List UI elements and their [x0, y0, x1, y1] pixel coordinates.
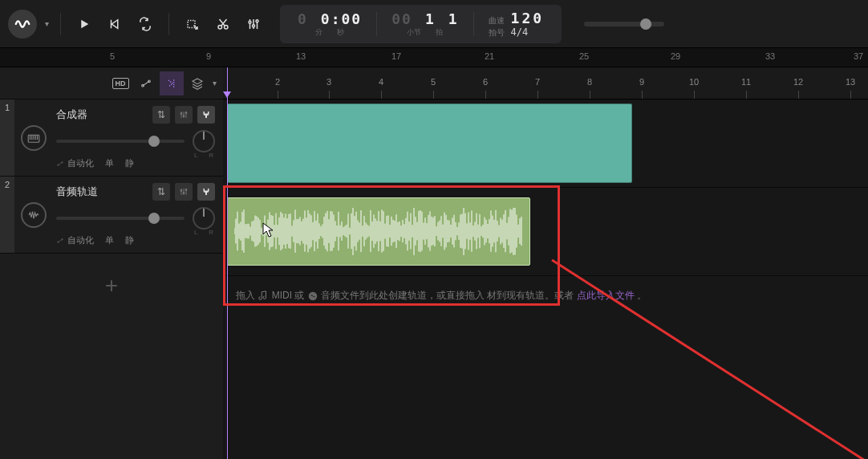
ruler-number: 8 — [587, 77, 592, 87]
global-tick: 37 — [854, 51, 863, 61]
svg-line-19 — [552, 260, 868, 459]
mute-button[interactable]: 静 — [125, 234, 134, 246]
solo-button[interactable]: 单 — [105, 234, 114, 246]
audio-icon — [307, 290, 318, 302]
tempo-value[interactable]: 120 — [511, 10, 545, 26]
track-panel: HD ▾ 1合成器⇅LR自动化单静2音频轨道⇅LR自动化单静 + — [0, 67, 223, 459]
track-type-icon — [14, 177, 53, 253]
layers-button[interactable] — [185, 71, 209, 95]
ruler-number: 7 — [535, 77, 540, 87]
track-number: 2 — [0, 177, 14, 253]
ruler-number: 4 — [379, 77, 383, 87]
global-tick: 33 — [765, 51, 775, 61]
midi-clip[interactable] — [227, 104, 632, 183]
pos-bar: 1 — [425, 10, 436, 27]
global-tick: 9 — [206, 51, 211, 61]
track-header[interactable]: 1合成器⇅LR自动化单静 — [0, 100, 223, 177]
mouse-cursor-icon — [262, 222, 275, 238]
play-button[interactable] — [72, 12, 96, 36]
pos-beat: 1 — [448, 10, 459, 27]
track-name[interactable]: 音频轨道 — [56, 185, 148, 199]
track-fx-button[interactable] — [175, 183, 193, 201]
ruler-number: 2 — [275, 77, 280, 87]
top-toolbar: ▾ 00:00 分秒 0011 小节拍 曲速120 拍号4/4 — [0, 0, 868, 48]
ruler-number: 10 — [689, 77, 699, 87]
bar-ruler[interactable]: 2345678910111213 — [223, 67, 868, 100]
global-tick: 5 — [110, 51, 115, 61]
playhead[interactable] — [227, 67, 228, 459]
mute-button[interactable]: 静 — [125, 157, 134, 169]
svg-point-5 — [256, 19, 258, 22]
zoom-slider[interactable] — [584, 22, 664, 26]
volume-slider[interactable] — [56, 140, 185, 143]
note-icon — [258, 290, 269, 302]
track-number: 1 — [0, 100, 14, 176]
time-seconds: 0:00 — [321, 10, 362, 27]
volume-slider[interactable] — [56, 217, 185, 220]
solo-button[interactable]: 单 — [105, 157, 114, 169]
annotation-arrow — [448, 228, 868, 459]
ruler-number: 3 — [327, 77, 331, 87]
svg-point-4 — [253, 24, 255, 26]
time-minutes: 0 — [298, 10, 308, 27]
ruler-number: 6 — [483, 77, 488, 87]
pan-knob[interactable]: LR — [193, 130, 215, 152]
track-type-icon — [14, 100, 53, 176]
cut-tool[interactable] — [211, 12, 235, 36]
track-expand-icon[interactable]: ⇅ — [152, 106, 170, 124]
track-lane-1[interactable] — [223, 100, 868, 188]
ruler-number: 9 — [639, 77, 644, 87]
ruler-number: 11 — [741, 77, 751, 87]
ruler-number: 5 — [431, 77, 436, 87]
transport-display: 00:00 分秒 0011 小节拍 曲速120 拍号4/4 — [280, 5, 562, 43]
track-fx-button[interactable] — [175, 106, 193, 124]
time-signature[interactable]: 4/4 — [511, 26, 529, 38]
global-tick: 13 — [296, 51, 306, 61]
loop-button[interactable] — [133, 12, 157, 36]
app-logo[interactable] — [8, 10, 37, 39]
global-tick: 21 — [485, 51, 494, 61]
automation-button[interactable]: 自动化 — [56, 234, 94, 246]
arrangement-area[interactable]: 2345678910111213 拖入 MIDI 或 音频文件到此处创建轨道，或… — [223, 67, 868, 459]
add-track-button[interactable]: + — [0, 254, 223, 318]
pan-knob[interactable]: LR — [193, 207, 215, 229]
track-header[interactable]: 2音频轨道⇅LR自动化单静 — [0, 177, 223, 254]
global-tick: 17 — [391, 51, 401, 61]
ruler-number: 12 — [793, 77, 803, 87]
global-tick: 29 — [671, 51, 680, 61]
automation-toggle[interactable] — [134, 71, 158, 95]
panel-menu-chevron[interactable]: ▾ — [213, 79, 217, 87]
global-timeline[interactable]: 5913172125293337 — [0, 48, 868, 67]
pos-prefix: 00 — [391, 10, 412, 27]
selection-tool[interactable] — [180, 12, 205, 36]
global-tick: 25 — [579, 51, 589, 61]
track-plugin-button[interactable] — [197, 183, 215, 201]
app-menu-chevron[interactable]: ▾ — [45, 19, 49, 28]
hd-button[interactable]: HD — [108, 71, 132, 95]
svg-point-3 — [249, 21, 251, 23]
automation-button[interactable]: 自动化 — [56, 157, 94, 169]
track-plugin-button[interactable] — [197, 106, 215, 124]
settings-tool[interactable] — [241, 12, 266, 36]
track-expand-icon[interactable]: ⇅ — [152, 183, 170, 201]
svg-rect-0 — [188, 20, 195, 27]
track-name[interactable]: 合成器 — [56, 108, 148, 122]
ruler-number: 13 — [846, 77, 855, 87]
snap-button[interactable] — [160, 71, 184, 95]
rewind-button[interactable] — [103, 12, 127, 36]
